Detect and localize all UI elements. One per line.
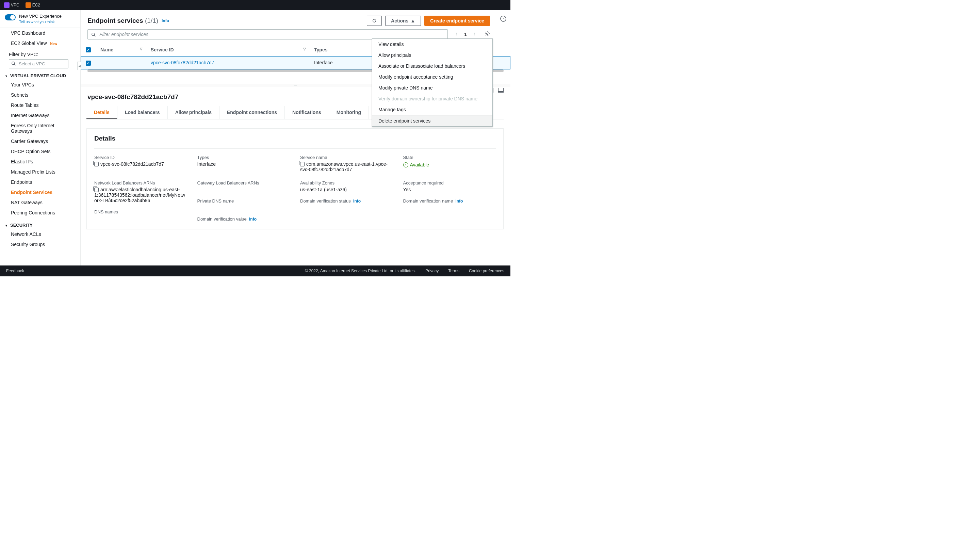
header-actions: Actions ▲ Create endpoint service — [367, 16, 490, 26]
pagination: 〈 1 〉 — [453, 31, 490, 38]
nav-peering-connections[interactable]: Peering Connections — [0, 208, 80, 218]
ec2-icon — [25, 2, 31, 8]
filter-placeholder: Select a VPC — [19, 61, 45, 66]
main-content: ◀ Endpoint services (1/1) Info Actions ▲… — [81, 10, 511, 266]
menu-modify-dns[interactable]: Modify private DNS name — [372, 83, 492, 93]
tab-load-balancers[interactable]: Load balancers — [118, 106, 168, 119]
row-checkbox[interactable]: ✓ — [81, 56, 95, 70]
nav-route-tables[interactable]: Route Tables — [0, 100, 80, 110]
sidebar-header-subtitle[interactable]: Tell us what you think — [19, 19, 62, 24]
tab-notifications[interactable]: Notifications — [285, 106, 329, 119]
sidebar: New VPC Experience Tell us what you thin… — [0, 10, 81, 266]
cell-name: – — [95, 56, 146, 70]
tab-monitoring[interactable]: Monitoring — [329, 106, 369, 119]
next-page-button[interactable]: 〉 — [473, 31, 479, 38]
menu-manage-tags[interactable]: Manage tags — [372, 104, 492, 115]
check-circle-icon: ✓ — [403, 162, 408, 167]
page-title: Endpoint services (1/1) — [88, 17, 158, 24]
field-service-name: Service name com.amazonaws.vpce.us-east-… — [300, 155, 393, 172]
nav-internet-gateways[interactable]: Internet Gateways — [0, 110, 80, 121]
help-panel-button[interactable] — [500, 16, 506, 24]
cookie-preferences-link[interactable]: Cookie preferences — [469, 269, 504, 273]
col-name[interactable]: Name▽ — [95, 43, 146, 56]
menu-associate-lb[interactable]: Associate or Disassociate load balancers — [372, 60, 492, 72]
footer: Feedback © 2022, Amazon Internet Service… — [0, 266, 511, 276]
nav-section-security: SECURITY Network ACLs Security Groups — [0, 221, 80, 250]
new-experience-toggle[interactable] — [5, 14, 16, 21]
nav-dhcp-option-sets[interactable]: DHCP Option Sets — [0, 146, 80, 157]
caret-up-icon: ▲ — [410, 18, 415, 24]
nav-vpc-dashboard[interactable]: VPC Dashboard — [0, 28, 80, 38]
table-settings-button[interactable] — [485, 31, 490, 38]
section-title-vpc[interactable]: VIRTUAL PRIVATE CLOUD — [0, 72, 80, 80]
feedback-link[interactable]: Feedback — [6, 269, 24, 273]
actions-dropdown-button[interactable]: Actions ▲ — [385, 16, 421, 26]
nav-carrier-gateways[interactable]: Carrier Gateways — [0, 136, 80, 146]
nav-egress-only-igw[interactable]: Egress Only Internet Gateways — [0, 121, 80, 136]
menu-delete-endpoint-services[interactable]: Delete endpoint services — [372, 115, 492, 126]
field-glb-arns: Gateway Load Balancers ARNs – Private DN… — [197, 180, 290, 223]
filter-input[interactable]: Filter endpoint services — [88, 29, 448, 40]
privacy-link[interactable]: Privacy — [425, 269, 439, 273]
actions-dropdown-menu: View details Allow principals Associate … — [372, 38, 493, 127]
gear-icon — [485, 31, 490, 37]
nav-ec2-global-view[interactable]: EC2 Global View New — [0, 38, 80, 48]
nav-your-vpcs[interactable]: Your VPCs — [0, 80, 80, 90]
service-link-vpc[interactable]: VPC — [2, 2, 21, 8]
sidebar-collapse-button[interactable]: ◀ — [77, 62, 81, 70]
field-nlb-arns: Network Load Balancers ARNs arn:aws:elas… — [94, 180, 187, 223]
svg-point-6 — [487, 33, 488, 35]
menu-verify-domain: Verify domain ownership for private DNS … — [372, 93, 492, 104]
tab-details[interactable]: Details — [86, 106, 118, 119]
tab-endpoint-connections[interactable]: Endpoint connections — [220, 106, 285, 119]
layout-bottom-button[interactable] — [498, 88, 504, 92]
nav-endpoint-services[interactable]: Endpoint Services — [0, 187, 80, 197]
create-endpoint-service-button[interactable]: Create endpoint service — [424, 16, 490, 26]
terms-link[interactable]: Terms — [448, 269, 460, 273]
copy-icon[interactable] — [94, 188, 99, 192]
field-state: State ✓Available — [403, 155, 496, 172]
nav-managed-prefix-lists[interactable]: Managed Prefix Lists — [0, 167, 80, 177]
page-title-count: (1/1) — [145, 17, 158, 24]
copy-icon[interactable] — [300, 162, 305, 166]
copy-icon[interactable] — [94, 162, 99, 166]
svg-point-3 — [503, 18, 504, 19]
service-link-ec2[interactable]: EC2 — [24, 2, 42, 8]
svg-line-1 — [14, 64, 16, 66]
vpc-icon — [4, 2, 10, 8]
new-badge: New — [49, 42, 58, 46]
info-link[interactable]: Info — [162, 18, 169, 23]
col-types[interactable]: Types — [309, 43, 372, 56]
top-bar: VPC EC2 — [0, 0, 511, 10]
field-az: Availability Zones us-east-1a (use1-az6)… — [300, 180, 393, 223]
cell-service-id[interactable]: vpce-svc-08fc782dd21acb7d7 — [146, 56, 309, 70]
filter-placeholder: Filter endpoint services — [99, 32, 148, 37]
nav-endpoints[interactable]: Endpoints — [0, 177, 80, 187]
sort-icon: ▽ — [140, 47, 143, 51]
filter-by-vpc-input[interactable]: Select a VPC — [9, 59, 68, 68]
info-link[interactable]: Info — [249, 217, 256, 221]
info-link[interactable]: Info — [353, 199, 361, 204]
field-acceptance-required: Acceptance required Yes Domain verificat… — [403, 180, 496, 223]
refresh-button[interactable] — [367, 16, 382, 26]
col-service-id[interactable]: Service ID▽ — [146, 43, 309, 56]
menu-allow-principals[interactable]: Allow principals — [372, 50, 492, 60]
prev-page-button[interactable]: 〈 — [453, 31, 458, 38]
menu-modify-acceptance[interactable]: Modify endpoint acceptance setting — [372, 72, 492, 83]
nav-nat-gateways[interactable]: NAT Gateways — [0, 197, 80, 208]
sidebar-header: New VPC Experience Tell us what you thin… — [0, 10, 80, 28]
menu-view-details[interactable]: View details — [372, 39, 492, 50]
actions-label: Actions — [391, 18, 408, 24]
nav-elastic-ips[interactable]: Elastic IPs — [0, 157, 80, 167]
nav-subnets[interactable]: Subnets — [0, 90, 80, 100]
nav-security-groups[interactable]: Security Groups — [0, 239, 80, 250]
info-link[interactable]: Info — [455, 199, 463, 204]
details-card-title: Details — [94, 135, 496, 142]
cell-types: Interface — [309, 56, 372, 70]
filter-by-vpc-label: Filter by VPC: — [0, 48, 80, 59]
tab-allow-principals[interactable]: Allow principals — [168, 106, 220, 119]
select-all-checkbox[interactable]: ✓ — [81, 43, 95, 56]
nav-network-acls[interactable]: Network ACLs — [0, 229, 80, 239]
page-title-text: Endpoint services — [88, 17, 143, 24]
section-title-security[interactable]: SECURITY — [0, 221, 80, 229]
